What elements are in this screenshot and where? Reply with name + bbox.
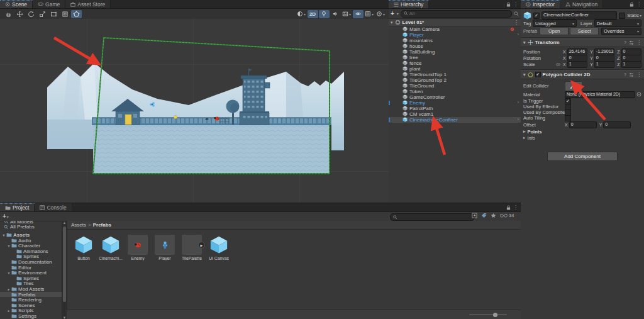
asset-ui-canvas[interactable]: UI Canvas: [208, 235, 230, 260]
scale-tool-button[interactable]: [37, 10, 48, 18]
2d-mode-button[interactable]: 2D: [308, 10, 318, 18]
gizmos-button[interactable]: ▾: [375, 10, 386, 18]
hidden-packages-indicator[interactable]: 34: [500, 213, 514, 218]
effects-button[interactable]: ▾: [341, 10, 352, 18]
search-by-type-icon[interactable]: [472, 213, 477, 218]
help-icon[interactable]: ?: [624, 72, 626, 77]
lighting-toggle-button[interactable]: [319, 10, 330, 18]
scene-viewport[interactable]: [0, 19, 389, 203]
static-checkbox[interactable]: [619, 13, 625, 19]
transform-tool-button[interactable]: [60, 10, 70, 18]
hierarchy-item-main-camera[interactable]: Main Camera: [389, 26, 521, 32]
edit-collider-button[interactable]: [565, 81, 582, 91]
hierarchy-item-tileground[interactable]: TileGround: [389, 83, 521, 89]
project-folder-documentation[interactable]: Documentation: [0, 259, 62, 265]
scene-visibility-button[interactable]: [353, 10, 364, 18]
prefab-expand-chevron-icon[interactable]: ›: [518, 117, 519, 121]
scale-z-field[interactable]: 1: [621, 61, 641, 68]
favorite-all-prefabs[interactable]: All Prefabs: [0, 225, 62, 230]
prefab-select-button[interactable]: Select: [570, 27, 599, 35]
position-x-field[interactable]: 26.4146: [567, 48, 587, 55]
tab-inspector[interactable]: Inspector: [521, 0, 560, 8]
help-icon[interactable]: ?: [624, 40, 626, 45]
scroll-up-icon[interactable]: ▲: [62, 221, 67, 225]
project-folder-mod-assets[interactable]: ▸Mod Assets: [0, 286, 62, 292]
gameobject-name-field[interactable]: CinemachineConfiner: [541, 11, 617, 20]
hierarchy-item-enemy[interactable]: Enemy›: [389, 100, 521, 106]
material-object-field[interactable]: None (Physics Material 2D): [565, 91, 635, 98]
panel-menu-icon[interactable]: ⋮: [636, 1, 641, 7]
hand-tool-button[interactable]: [3, 10, 14, 18]
foldout-caret-icon[interactable]: ▾: [523, 72, 526, 77]
points-foldout[interactable]: Points: [528, 129, 542, 135]
project-folder-environment[interactable]: ▾Environment: [0, 270, 62, 276]
hierarchy-search-input[interactable]: All: [401, 10, 512, 18]
folder-caret-icon[interactable]: ▸: [6, 308, 11, 313]
foldout-caret-icon[interactable]: ▾: [391, 20, 393, 25]
scale-y-field[interactable]: 1: [594, 61, 614, 68]
breadcrumb[interactable]: Assets > Prefabs: [67, 221, 521, 230]
hierarchy-item-fence[interactable]: fence: [389, 60, 521, 66]
project-folder-editor[interactable]: Editor: [0, 265, 62, 271]
project-folder-animations[interactable]: Animations: [0, 249, 62, 254]
project-tree-scrollbar[interactable]: ▲ ▼: [62, 221, 67, 319]
hierarchy-item-tree[interactable]: tree: [389, 55, 521, 60]
asset-tilepalette[interactable]: ▶TilePalette: [180, 235, 203, 260]
folder-caret-icon[interactable]: ▸: [6, 287, 11, 291]
uniform-scale-link-icon[interactable]: [556, 62, 560, 67]
polygon-collider-header[interactable]: ▾ ✓ Polygon Collider 2D ? ⋮: [521, 70, 644, 79]
create-asset-button[interactable]: +: [3, 213, 6, 220]
saved-search-icon[interactable]: [491, 213, 496, 218]
hierarchy-item-plant[interactable]: plant: [389, 66, 521, 72]
transform-header[interactable]: ▾ Transform ? ⋮: [521, 38, 644, 47]
create-caret-icon[interactable]: ▾: [397, 11, 399, 16]
scale-x-field[interactable]: 1: [567, 61, 587, 68]
layer-dropdown[interactable]: Default▾: [594, 20, 641, 27]
tab-navigation[interactable]: Navigation: [560, 0, 603, 8]
tab-console[interactable]: Console: [35, 203, 72, 211]
gameobject-enabled-checkbox[interactable]: ✓: [533, 13, 540, 19]
lock-icon[interactable]: [506, 205, 511, 210]
create-asset-caret-icon[interactable]: ▾: [7, 215, 9, 219]
auto-tiling-checkbox[interactable]: [565, 115, 571, 121]
hierarchy-item-tallbuilding[interactable]: TallBuilding: [389, 49, 521, 55]
info-foldout[interactable]: Info: [528, 135, 536, 141]
hierarchy-item-tilegroundtop-1[interactable]: TileGroundTop 1: [389, 72, 521, 77]
prefab-open-button[interactable]: Open: [540, 27, 569, 35]
component-enabled-checkbox[interactable]: ✓: [535, 72, 541, 77]
project-folder-tiles[interactable]: Tiles: [0, 281, 62, 287]
offset-x-field[interactable]: 0: [569, 121, 597, 128]
create-button[interactable]: +: [391, 11, 394, 17]
add-component-button[interactable]: Add Component: [547, 152, 618, 161]
project-folder-sprites[interactable]: Sprites: [0, 254, 62, 260]
hierarchy-item-token[interactable]: Token: [389, 89, 521, 94]
folder-caret-icon[interactable]: ▾: [6, 271, 11, 275]
foldout-caret-icon[interactable]: ▾: [523, 40, 526, 45]
prefab-overrides-dropdown[interactable]: Overrides▾: [601, 28, 641, 35]
breadcrumb-root[interactable]: Assets: [71, 222, 86, 228]
breadcrumb-current[interactable]: Prefabs: [93, 222, 111, 228]
scrollbar-thumb[interactable]: [63, 227, 66, 302]
rotate-tool-button[interactable]: [26, 10, 36, 18]
rect-tool-button[interactable]: [48, 10, 59, 18]
offset-y-field[interactable]: 0: [603, 121, 631, 128]
asset-expand-icon[interactable]: ▶: [198, 242, 205, 249]
tab-hierarchy[interactable]: Hierarchy: [389, 0, 429, 8]
scroll-down-icon[interactable]: ▼: [62, 316, 67, 319]
rotation-z-field[interactable]: 0: [621, 55, 641, 62]
edit-collider-tool-button[interactable]: [71, 10, 82, 18]
search-filter-icon[interactable]: [514, 11, 519, 16]
tab-project[interactable]: Project: [0, 203, 35, 211]
shading-mode-button[interactable]: ▾: [296, 10, 307, 18]
prefab-expand-chevron-icon[interactable]: ›: [518, 100, 519, 104]
project-folder-assets[interactable]: ▾Assets: [0, 232, 62, 238]
tag-dropdown[interactable]: Untagged▾: [533, 20, 577, 27]
project-folder-rendering[interactable]: Rendering: [0, 297, 62, 303]
object-picker-icon[interactable]: [636, 92, 641, 97]
info-foldout-caret-icon[interactable]: ▸: [523, 135, 526, 140]
asset-enemy[interactable]: Enemy: [126, 235, 149, 260]
tab-scene[interactable]: Scene: [0, 0, 33, 8]
static-caret-icon[interactable]: ▾: [640, 13, 641, 18]
position-y-field[interactable]: -1.29013: [594, 48, 614, 55]
asset-player[interactable]: Player: [153, 235, 176, 260]
